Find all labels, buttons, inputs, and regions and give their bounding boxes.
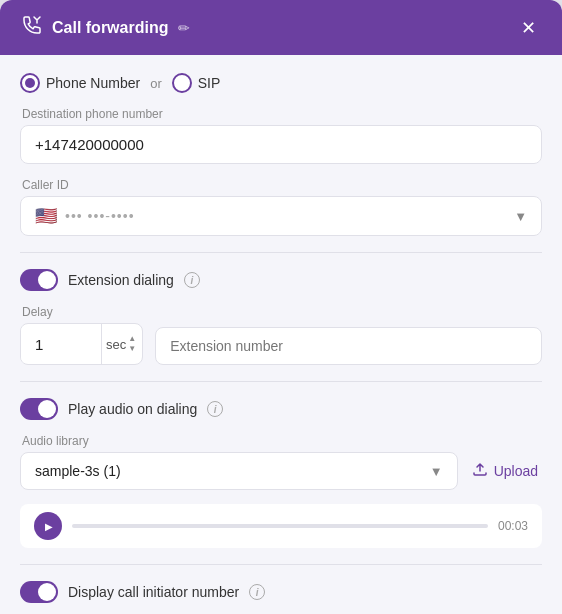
extension-number-input[interactable] — [155, 327, 542, 365]
delay-input-inner: sec ▲ ▼ — [20, 323, 143, 365]
phone-forward-icon — [20, 14, 42, 41]
divider-1 — [20, 252, 542, 253]
play-audio-info-icon[interactable]: i — [207, 401, 223, 417]
divider-3 — [20, 564, 542, 565]
audio-progress-bar[interactable] — [72, 524, 488, 528]
destination-phone-label: Destination phone number — [22, 107, 542, 121]
audio-chevron-icon: ▼ — [430, 464, 443, 479]
play-audio-thumb — [38, 400, 56, 418]
radio-group: Phone Number or SIP — [20, 73, 542, 93]
extension-dialing-info-icon[interactable]: i — [184, 272, 200, 288]
audio-library-value: sample-3s (1) — [35, 463, 121, 479]
display-caller-row: Display call initiator number i — [20, 581, 542, 603]
upload-btn-label: Upload — [494, 463, 538, 479]
header-left: Call forwarding ✏ — [20, 14, 190, 41]
audio-library-select[interactable]: sample-3s (1) ▼ — [20, 452, 458, 490]
modal-body: Phone Number or SIP Destination phone nu… — [0, 55, 562, 614]
radio-separator: or — [150, 76, 162, 91]
delay-input-wrap: Delay sec ▲ ▼ — [20, 305, 143, 365]
delay-unit: sec ▲ ▼ — [101, 324, 142, 364]
delay-up-button[interactable]: ▲ — [128, 334, 136, 344]
play-button[interactable]: ▶ — [34, 512, 62, 540]
delay-row: Delay sec ▲ ▼ — [20, 305, 542, 365]
extension-dialing-toggle[interactable] — [20, 269, 58, 291]
radio-phone-circle — [20, 73, 40, 93]
audio-library-row: Audio library sample-3s (1) ▼ Upload — [20, 434, 542, 490]
divider-2 — [20, 381, 542, 382]
radio-sip-label: SIP — [198, 75, 221, 91]
caller-id-label: Caller ID — [22, 178, 542, 192]
audio-duration: 00:03 — [498, 519, 528, 533]
delay-unit-label: sec — [106, 337, 126, 352]
play-audio-toggle[interactable] — [20, 398, 58, 420]
caller-id-select[interactable]: 🇺🇸 ••• •••-•••• ▼ — [20, 196, 542, 236]
extension-dialing-row: Extension dialing i — [20, 269, 542, 291]
display-caller-toggle[interactable] — [20, 581, 58, 603]
delay-number-input[interactable] — [21, 326, 101, 363]
display-caller-label: Display call initiator number — [68, 584, 239, 600]
play-audio-label: Play audio on dialing — [68, 401, 197, 417]
play-icon: ▶ — [45, 521, 53, 532]
radio-phone-number[interactable]: Phone Number — [20, 73, 140, 93]
radio-phone-label: Phone Number — [46, 75, 140, 91]
modal-title: Call forwarding — [52, 19, 168, 37]
caller-id-left: 🇺🇸 ••• •••-•••• — [35, 205, 135, 227]
caller-id-group: Caller ID 🇺🇸 ••• •••-•••• ▼ — [20, 178, 542, 236]
delay-down-button[interactable]: ▼ — [128, 344, 136, 354]
edit-icon[interactable]: ✏ — [178, 20, 190, 36]
caller-id-flag: 🇺🇸 — [35, 205, 57, 227]
extension-dialing-label: Extension dialing — [68, 272, 174, 288]
upload-button[interactable]: Upload — [468, 451, 542, 490]
audio-library-label: Audio library — [22, 434, 458, 448]
upload-icon — [472, 461, 488, 480]
chevron-down-icon: ▼ — [514, 209, 527, 224]
play-audio-row: Play audio on dialing i — [20, 398, 542, 420]
audio-player: ▶ 00:03 — [20, 504, 542, 548]
radio-sip[interactable]: SIP — [172, 73, 221, 93]
call-forwarding-modal: Call forwarding ✏ ✕ Phone Number or SIP … — [0, 0, 562, 614]
display-caller-info-icon[interactable]: i — [249, 584, 265, 600]
radio-sip-circle — [172, 73, 192, 93]
caller-id-number: ••• •••-•••• — [65, 208, 135, 224]
modal-header: Call forwarding ✏ ✕ — [0, 0, 562, 55]
destination-phone-input[interactable] — [20, 125, 542, 164]
audio-select-wrap: Audio library sample-3s (1) ▼ — [20, 434, 458, 490]
display-caller-thumb — [38, 583, 56, 601]
delay-arrows: ▲ ▼ — [128, 334, 136, 353]
delay-label: Delay — [22, 305, 143, 319]
close-button[interactable]: ✕ — [515, 17, 542, 39]
toggle-thumb — [38, 271, 56, 289]
destination-phone-group: Destination phone number — [20, 107, 542, 164]
